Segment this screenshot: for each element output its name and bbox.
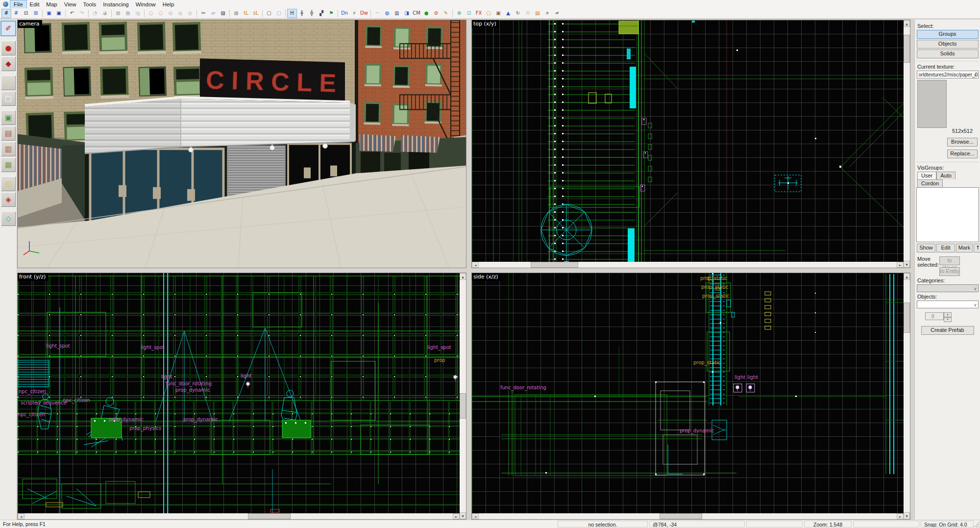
edit-button[interactable]: Edit bbox=[936, 244, 955, 252]
objects-combo[interactable]: ∨ bbox=[917, 301, 979, 308]
copy-icon[interactable]: ▱ bbox=[208, 9, 218, 18]
menu-help[interactable]: Help bbox=[159, 0, 178, 8]
rotate-mode-icon[interactable]: ↻ bbox=[513, 9, 523, 18]
select-groups-button[interactable]: Groups bbox=[917, 30, 979, 39]
undo-icon[interactable]: ↶ bbox=[67, 9, 77, 18]
new-2d-bounds-icon[interactable]: ▢ bbox=[484, 9, 493, 18]
toggle-grid-3d-icon[interactable]: # bbox=[11, 9, 21, 18]
split-view-grid-icon[interactable]: ╫ bbox=[297, 9, 307, 18]
create-prefab-button[interactable]: Create Prefab bbox=[921, 326, 974, 335]
menu-map[interactable]: Map bbox=[43, 0, 60, 8]
path-track-icon[interactable]: ≠ bbox=[552, 9, 562, 18]
split-view-horizontal-icon[interactable]: H bbox=[287, 9, 297, 18]
browse-button[interactable]: Browse... bbox=[947, 138, 978, 147]
top-viewport-vscrollbar[interactable]: ▲ ▼ bbox=[904, 20, 910, 268]
show-button[interactable]: Show bbox=[917, 244, 935, 252]
side-viewport-hscrollbar[interactable]: ◄ ► bbox=[472, 513, 904, 519]
new-3d-bounds-icon[interactable]: ▣ bbox=[493, 9, 503, 18]
compile-final-icon[interactable]: Dw bbox=[359, 9, 369, 18]
resize-grip[interactable] bbox=[974, 522, 980, 528]
cordon-edit-icon[interactable]: ◌ bbox=[146, 9, 156, 18]
menu-edit[interactable]: Edit bbox=[26, 0, 43, 8]
world-browser-icon[interactable]: ◍ bbox=[382, 9, 392, 18]
viewport-top[interactable]: top (x/y) ◄ ► ▲ ▼ bbox=[471, 20, 910, 268]
prefab-count-field[interactable]: 0 bbox=[925, 312, 944, 320]
front-viewport-hscrollbar[interactable]: ◄ ► bbox=[18, 513, 460, 519]
spin-up-button[interactable]: ▴ bbox=[944, 312, 952, 317]
side-viewport-vscrollbar[interactable]: ▲ ▼ bbox=[904, 273, 910, 519]
camera-tool[interactable]: ◆ bbox=[1, 56, 16, 71]
tab-auto[interactable]: Auto bbox=[936, 172, 956, 179]
smaller-grid-icon[interactable]: ⊟ bbox=[21, 9, 31, 18]
selection-bounds-icon[interactable]: ⊡ bbox=[464, 9, 474, 18]
apply-decals-tool[interactable]: ▥ bbox=[1, 142, 16, 156]
effects-icon[interactable]: FX bbox=[474, 9, 484, 18]
morph-tool[interactable]: ◇ bbox=[1, 211, 16, 226]
spin-down-button[interactable]: ▾ bbox=[944, 317, 952, 322]
paste-icon[interactable]: ▨ bbox=[218, 9, 228, 18]
menu-instancing[interactable]: Instancing bbox=[99, 0, 132, 8]
larger-grid-icon[interactable]: ⊞ bbox=[31, 9, 41, 18]
texture-lock-icon[interactable]: tL bbox=[241, 9, 251, 18]
status-coordinates: @784, -34 bbox=[649, 521, 745, 528]
app-icon[interactable] bbox=[3, 1, 8, 7]
model-browser-icon[interactable]: ◨ bbox=[402, 9, 412, 18]
entity-tool[interactable]: ◍ bbox=[1, 75, 16, 90]
toggle-handles-icon[interactable]: ▢ bbox=[274, 9, 284, 18]
toggle-select-box-icon[interactable]: ▢ bbox=[264, 9, 274, 18]
entity-placer-icon[interactable]: ▲ bbox=[503, 9, 513, 18]
texture-application-tool[interactable]: ▣ bbox=[1, 110, 16, 125]
magnify-tool[interactable]: ● bbox=[1, 41, 16, 55]
texture-combo[interactable]: orldtextures2/misc/paper_03∨ bbox=[917, 71, 979, 78]
sphere-preview-icon[interactable]: ● bbox=[421, 9, 431, 18]
vertex-tool[interactable]: ◈ bbox=[1, 192, 16, 207]
annotate-icon[interactable]: ✎ bbox=[441, 9, 451, 18]
texture-bars-icon[interactable]: ▥ bbox=[392, 9, 402, 18]
orange-block-icon[interactable]: ▤ bbox=[533, 9, 542, 18]
block-tool[interactable]: □ bbox=[1, 91, 16, 106]
save-window-state-icon[interactable]: ▣ bbox=[54, 9, 64, 18]
select-objects-button[interactable]: Objects bbox=[917, 40, 979, 49]
menu-view[interactable]: View bbox=[61, 0, 80, 8]
viewport-side[interactable]: side (x/z) prop_staticprop_staticprop_st… bbox=[471, 273, 910, 520]
compile-run-icon[interactable]: ⚡ bbox=[349, 9, 359, 18]
categories-combo[interactable]: ∨ bbox=[917, 284, 979, 292]
apply-current-texture-tool[interactable]: ▤ bbox=[1, 126, 16, 141]
load-window-state-icon[interactable]: ▣ bbox=[44, 9, 54, 18]
toggle-grid-icon[interactable]: # bbox=[1, 9, 11, 18]
menu-bar: FileEditMapViewToolsInstancingWindowHelp bbox=[0, 0, 980, 9]
texture-scale-lock-icon[interactable]: sL bbox=[251, 9, 261, 18]
anchor-point-icon[interactable]: + bbox=[542, 9, 552, 18]
light-preview-icon[interactable]: ☉ bbox=[523, 9, 533, 18]
no-draw-toggle-icon[interactable]: ⊘ bbox=[431, 9, 441, 18]
screenshot-views-icon[interactable]: ▞ bbox=[317, 9, 326, 18]
mark-button[interactable]: Mark bbox=[956, 244, 973, 252]
compile-normal-icon[interactable]: Dn bbox=[340, 9, 349, 18]
to-entity-button[interactable]: to Entity bbox=[939, 267, 960, 276]
viewport-front[interactable]: front (y/z) light_spotlight_spotlight_sp… bbox=[17, 273, 466, 520]
viewport-camera[interactable]: CIRCLE bbox=[17, 20, 466, 268]
replace-button[interactable]: Replace... bbox=[947, 150, 978, 158]
select-solids-button[interactable]: Solids bbox=[917, 50, 979, 58]
menu-file[interactable]: File bbox=[10, 0, 26, 8]
autosize-views-icon[interactable]: ╬ bbox=[307, 9, 317, 18]
cut-icon[interactable]: ✂ bbox=[198, 9, 208, 18]
run-flags-icon[interactable]: ⚑ bbox=[326, 9, 336, 18]
to-world-button[interactable]: to World bbox=[939, 256, 960, 265]
menu-window[interactable]: Window bbox=[132, 0, 159, 8]
front-viewport-vscrollbar[interactable]: ▲ ▼ bbox=[460, 273, 466, 519]
top-viewport-hscrollbar[interactable]: ◄ ► bbox=[472, 262, 904, 268]
overlay-tool[interactable]: ▦ bbox=[1, 157, 16, 172]
move-up-button[interactable]: ↑ bbox=[974, 244, 980, 252]
menu-tools[interactable]: Tools bbox=[79, 0, 99, 8]
toolbar-separator bbox=[370, 10, 371, 17]
cm-mode-icon[interactable]: CM bbox=[412, 9, 421, 18]
tab-cordon[interactable]: Cordon bbox=[917, 179, 943, 187]
cordon-toggle-icon[interactable]: ◌ bbox=[156, 9, 166, 18]
tab-user[interactable]: User bbox=[917, 172, 936, 179]
clipping-tool[interactable]: ▧ bbox=[1, 176, 16, 191]
right-awning-2 bbox=[401, 135, 440, 152]
selection-tool[interactable]: ✐ bbox=[0, 21, 16, 36]
visgroups-list[interactable] bbox=[916, 187, 979, 242]
translate-gizmo-icon[interactable]: ⊕ bbox=[454, 9, 464, 18]
